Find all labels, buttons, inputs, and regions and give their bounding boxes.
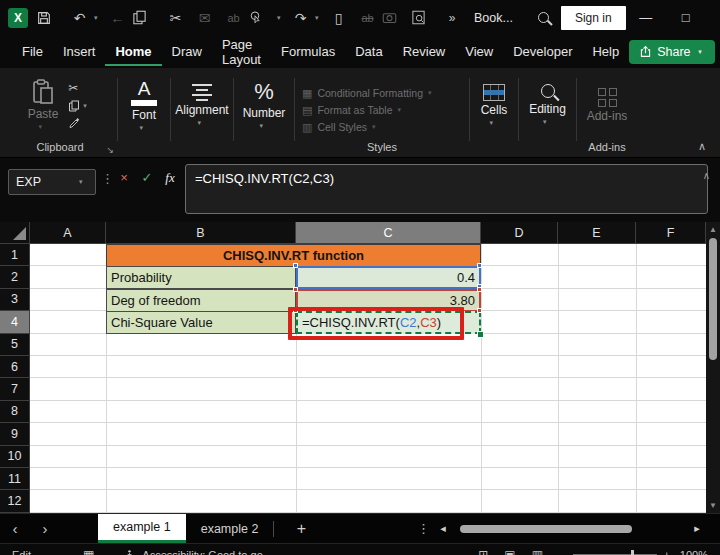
zoom-in-button[interactable]: + [663,549,669,555]
column-header-c[interactable]: C [296,222,481,244]
tab-formulas[interactable]: Formulas [271,37,345,66]
save-button[interactable] [36,10,65,26]
cell-c2[interactable]: 0.4 [296,266,481,289]
scroll-right-icon[interactable]: ▸ [684,514,710,543]
normal-view-button[interactable]: ⊞ [478,548,488,555]
row-header-5[interactable]: 5 [0,334,30,356]
next-sheet-button[interactable]: › [30,514,60,543]
cell-b3[interactable]: Deg of freedom [106,289,296,312]
add-sheet-button[interactable]: + [274,514,328,543]
new-file-button[interactable]: ▯ [324,10,353,26]
tab-draw[interactable]: Draw [162,37,212,66]
scroll-down-icon[interactable]: ▼ [706,501,720,510]
minimize-button[interactable]: — [626,10,666,25]
cells-group[interactable]: Cells ▾ [471,70,517,157]
sign-in-button[interactable]: Sign in [561,6,626,30]
row-header-2[interactable]: 2 [0,266,30,288]
column-header-a[interactable]: A [30,222,106,244]
zoom-level[interactable]: 100% [680,549,708,555]
formula-part: =CHISQ.INV.RT( [302,315,400,330]
row-header-12[interactable]: 12 [0,490,30,512]
zoom-out-button[interactable]: − [561,549,567,555]
sheet-tab-example-1[interactable]: example 1 [98,514,186,543]
tab-home[interactable]: Home [105,37,161,66]
horizontal-scrollbar-thumb[interactable] [460,525,632,533]
redo-dropdown-icon[interactable]: ▾ [315,14,324,22]
ref-handle [293,287,298,292]
maximize-button[interactable]: □ [666,10,706,25]
scroll-left-icon[interactable]: ◂ [430,514,456,543]
alignment-label: Alignment [175,103,228,117]
column-header-f[interactable]: F [636,222,706,244]
horizontal-scrollbar[interactable] [456,524,684,534]
fill-handle[interactable] [477,331,484,338]
undo-dropdown-icon[interactable]: ▾ [94,14,103,22]
tab-insert[interactable]: Insert [53,37,106,66]
confirm-entry-button[interactable]: ✓ [137,170,157,185]
share-button[interactable]: Share ▾ [629,40,714,64]
scroll-up-icon[interactable]: ▲ [706,225,720,234]
row-header-9[interactable]: 9 [0,423,30,445]
copy-dropdown-icon[interactable]: ▾ [83,102,92,110]
editing-group[interactable]: Editing ▾ [520,70,575,157]
prev-sheet-button[interactable]: ‹ [0,514,30,543]
zoom-slider-thumb[interactable] [631,550,634,555]
search-button[interactable] [527,12,561,23]
row-header-7[interactable]: 7 [0,378,30,400]
row-header-11[interactable]: 11 [0,468,30,490]
excel-logo-icon[interactable]: X [8,8,28,28]
copy-ribbon-button[interactable]: ▾ [68,100,92,112]
page-layout-view-button[interactable]: ▣ [504,548,515,555]
collapse-formula-bar-icon[interactable]: ∧ [703,170,710,181]
redo-button[interactable]: ↷ [286,10,315,26]
tab-review[interactable]: Review [393,37,456,66]
insert-function-button[interactable]: fx [160,170,180,186]
row-header-6[interactable]: 6 [0,356,30,378]
vertical-scrollbar-thumb[interactable] [709,238,717,360]
undo-button[interactable]: ↶ [65,10,94,26]
alignment-group[interactable]: Alignment ▾ [172,70,232,157]
sheet-tab-example-2[interactable]: example 2 [186,514,274,543]
number-group[interactable]: % Number ▾ [235,70,293,157]
tab-data[interactable]: Data [345,37,392,66]
cell-c4-formula[interactable]: =CHISQ.INV.RT( C2 , C3 ) [296,311,481,334]
toolbar-overflow-button[interactable]: » [440,11,464,25]
touch-mode-dropdown-icon[interactable]: ▾ [277,14,286,22]
row-header-8[interactable]: 8 [0,401,30,423]
accessibility-status[interactable]: Accessibility: Good to go [142,549,262,555]
tab-file[interactable]: File [12,37,53,66]
select-all-button[interactable] [0,222,30,244]
cell-b2[interactable]: Probability [106,266,296,289]
tab-options-icon[interactable]: ⋮ [417,514,430,543]
row-header-10[interactable]: 10 [0,446,30,468]
formula-input[interactable]: =CHISQ.INV.RT(C2,C3) [185,164,708,214]
row-header-1[interactable]: 1 [0,244,30,266]
cut-ribbon-button[interactable]: ✂ [68,81,92,95]
tab-help[interactable]: Help [582,37,629,66]
cut-button[interactable]: ✂ [161,10,190,26]
column-header-e[interactable]: E [558,222,636,244]
vertical-scrollbar[interactable]: ▲ ▼ [706,222,720,513]
close-button[interactable]: × [706,10,720,25]
name-box[interactable]: EXP ▾ [8,169,96,195]
touch-mode-button[interactable] [248,10,277,25]
column-header-b[interactable]: B [106,222,296,244]
font-group[interactable]: XA Font ▾ [119,70,169,157]
row-header-3[interactable]: 3 [0,289,30,311]
document-search-button[interactable] [411,10,440,25]
cancel-entry-button[interactable]: × [114,170,134,185]
name-box-dropdown-icon[interactable]: ▾ [79,178,88,186]
format-painter-button[interactable] [68,117,92,129]
copy-button[interactable] [132,10,161,25]
column-header-d[interactable]: D [481,222,558,244]
cell-b4[interactable]: Chi-Square Value [106,311,296,334]
cell-c3[interactable]: 3.80 [296,289,481,312]
number-dropdown-icon: ▾ [260,122,269,130]
page-break-view-button[interactable]: ▥ [532,548,543,555]
collapse-ribbon-icon[interactable]: ∧ [698,140,706,153]
tab-page-layout[interactable]: Page Layout [212,30,271,74]
clipboard-dialog-launcher[interactable]: ↘ [106,145,114,155]
tab-view[interactable]: View [455,37,503,66]
tab-developer[interactable]: Developer [503,37,582,66]
row-header-4[interactable]: 4 [0,311,30,333]
